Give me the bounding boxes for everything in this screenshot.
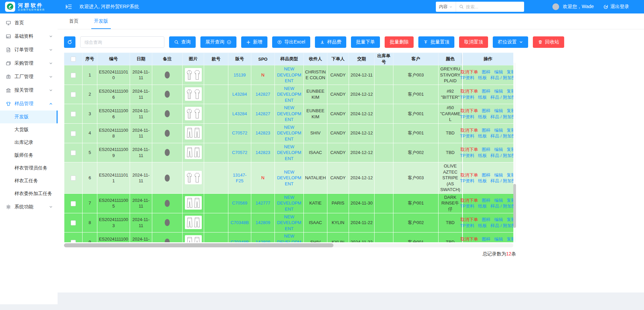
op-link-3[interactable]: 复制 <box>507 88 513 94</box>
cell-spo-text[interactable]: 142809 <box>256 220 270 225</box>
add-button[interactable]: 新增 <box>241 36 267 48</box>
op-link-2[interactable]: 编辑 <box>494 88 503 94</box>
composite-query-input[interactable] <box>80 36 164 48</box>
cancel-order-link[interactable]: 取消下单 <box>460 172 478 178</box>
op-link2-1[interactable]: 纸板 <box>478 203 487 209</box>
op-link-1[interactable]: 图样 <box>482 217 490 223</box>
cancel-order-link[interactable]: 取消下单 <box>460 217 478 223</box>
op-link2-2[interactable]: 样品 / 附加费 <box>490 94 513 100</box>
op-link2-0[interactable]: TP资料 <box>460 203 475 209</box>
refresh-button[interactable] <box>64 36 75 48</box>
row-checkbox[interactable] <box>71 73 76 78</box>
sidebar-subitem-0[interactable]: 开发版 <box>0 111 58 123</box>
op-link2-0[interactable]: TP资料 <box>460 114 475 120</box>
cancel-order-link[interactable]: 取消下单 <box>460 127 478 133</box>
cell-spo-text[interactable]: 142777 <box>256 200 270 206</box>
garment-pants-image[interactable] <box>185 126 202 140</box>
search-category-dropdown[interactable]: 内容 <box>436 4 456 10</box>
expand-query-button[interactable]: 展开查询 <box>200 36 236 48</box>
sidebar-item-factory[interactable]: 工厂管理 <box>0 70 58 84</box>
op-link2-0[interactable]: TP资料 <box>460 75 475 81</box>
op-link-1[interactable]: 图样 <box>482 172 490 178</box>
op-link2-0[interactable]: TP资料 <box>460 223 475 229</box>
note-dot-icon[interactable] <box>165 149 170 156</box>
cell-sample-type-text[interactable]: NEW DEVELOPMENT <box>277 234 301 242</box>
op-link2-0[interactable]: TP资料 <box>460 133 475 139</box>
cancel-order-link[interactable]: 取消下单 <box>460 147 478 153</box>
sidebar-item-customs[interactable]: 报关管理 <box>0 84 58 97</box>
row-checkbox[interactable] <box>71 150 76 155</box>
cancel-order-link[interactable]: 取消下单 <box>460 69 478 75</box>
op-link-1[interactable]: 图样 <box>482 88 490 94</box>
cell-pattern-no-text[interactable]: C70572 <box>232 130 248 135</box>
op-link2-2[interactable]: 样品 / 附加费 <box>490 178 513 184</box>
cell-spo-text[interactable]: 142823 <box>256 150 270 155</box>
note-dot-icon[interactable] <box>165 130 170 137</box>
op-link-2[interactable]: 编辑 <box>494 217 503 223</box>
cell-pattern-no-text[interactable]: C70569 <box>232 200 248 206</box>
sidebar-item-system[interactable]: 系统功能 <box>0 200 58 214</box>
op-link2-1[interactable]: 纸板 <box>478 223 487 229</box>
op-link-2[interactable]: 编辑 <box>494 197 503 204</box>
cell-sample-type-text[interactable]: NEW DEVELOPMENT <box>277 86 301 103</box>
cell-sample-type-text[interactable]: NEW DEVELOPMENT <box>277 125 301 142</box>
row-checkbox[interactable] <box>71 201 76 206</box>
row-checkbox[interactable] <box>71 240 76 242</box>
op-link-1[interactable]: 图样 <box>482 108 490 114</box>
op-link2-1[interactable]: 纸板 <box>478 133 487 139</box>
sidebar-item-home[interactable]: 首页 <box>0 16 58 30</box>
horizontal-scrollbar-thumb[interactable] <box>64 243 333 247</box>
cancel-pin-top-button[interactable]: 取消置顶 <box>459 36 488 48</box>
query-button[interactable]: 查询 <box>169 36 196 48</box>
op-link-2[interactable]: 编辑 <box>494 236 503 242</box>
sidebar-subitem-6[interactable]: 样衣委外加工任务 <box>0 187 58 200</box>
cell-spo-text[interactable]: 142809 <box>256 240 270 242</box>
op-link2-2[interactable]: 样品 / 附加费 <box>490 223 513 229</box>
cell-spo-text[interactable]: 142827 <box>256 111 270 116</box>
row-checkbox[interactable] <box>71 220 76 225</box>
op-link2-2[interactable]: 样品 / 附加费 <box>490 114 513 120</box>
batch-pin-top-button[interactable]: 批量置顶 <box>418 36 454 48</box>
note-dot-icon[interactable] <box>165 71 170 79</box>
garment-jacket-image[interactable] <box>185 107 202 120</box>
garment-pants-image[interactable] <box>185 216 202 229</box>
op-link-3[interactable]: 复制 <box>507 147 513 153</box>
garment-pants-image[interactable] <box>185 146 202 159</box>
op-link-2[interactable]: 编辑 <box>494 147 503 153</box>
op-link-2[interactable]: 编辑 <box>494 127 503 133</box>
sidebar-item-orders[interactable]: 订单管理 <box>0 43 58 57</box>
global-search-input[interactable] <box>466 4 510 9</box>
note-dot-icon[interactable] <box>165 200 170 207</box>
op-link-3[interactable]: 复制 <box>507 217 513 223</box>
select-all-checkbox[interactable] <box>71 57 76 62</box>
sample-fee-button[interactable]: 样品费 <box>315 36 346 48</box>
logout-button[interactable]: 退出登录 <box>603 4 629 10</box>
cell-pattern-no-text[interactable]: L43284 <box>232 111 247 116</box>
op-link-3[interactable]: 复制 <box>507 236 513 242</box>
cell-pattern-no-text[interactable]: L43284 <box>232 92 247 97</box>
op-link2-1[interactable]: 纸板 <box>478 178 487 184</box>
sidebar-subitem-4[interactable]: 样衣管理员任务 <box>0 162 58 175</box>
note-dot-icon[interactable] <box>165 175 170 182</box>
op-link2-2[interactable]: 样品 / 附加费 <box>490 133 513 139</box>
cell-pattern-no-text[interactable]: C70572 <box>232 150 248 155</box>
row-checkbox[interactable] <box>71 112 76 117</box>
horizontal-scrollbar[interactable] <box>64 243 513 247</box>
row-checkbox[interactable] <box>71 92 76 97</box>
batch-order-button[interactable]: 批量下单 <box>351 36 380 48</box>
op-link-3[interactable]: 复制 <box>507 172 513 178</box>
column-settings-button[interactable]: 栏位设置 <box>493 36 528 48</box>
sidebar-item-samples[interactable]: 样品管理 <box>0 97 58 111</box>
op-link-3[interactable]: 复制 <box>507 127 513 133</box>
op-link-1[interactable]: 图样 <box>482 127 490 133</box>
garment-jacket-image[interactable] <box>185 87 202 101</box>
cell-sample-type-text[interactable]: NEW DEVELOPMENT <box>277 169 301 186</box>
op-link-1[interactable]: 图样 <box>482 147 490 153</box>
sidebar-subitem-2[interactable]: 出库记录 <box>0 136 58 149</box>
sidebar-item-purchasing[interactable]: 采购管理 <box>0 57 58 70</box>
op-link2-2[interactable]: 样品 / 附加费 <box>490 203 513 209</box>
cell-pattern-no-text[interactable]: 13147-F25 <box>233 173 246 184</box>
cell-sample-type-text[interactable]: NEW DEVELOPMENT <box>277 214 301 231</box>
op-link2-0[interactable]: TP资料 <box>460 153 475 159</box>
garment-jacket-image[interactable] <box>185 171 202 184</box>
